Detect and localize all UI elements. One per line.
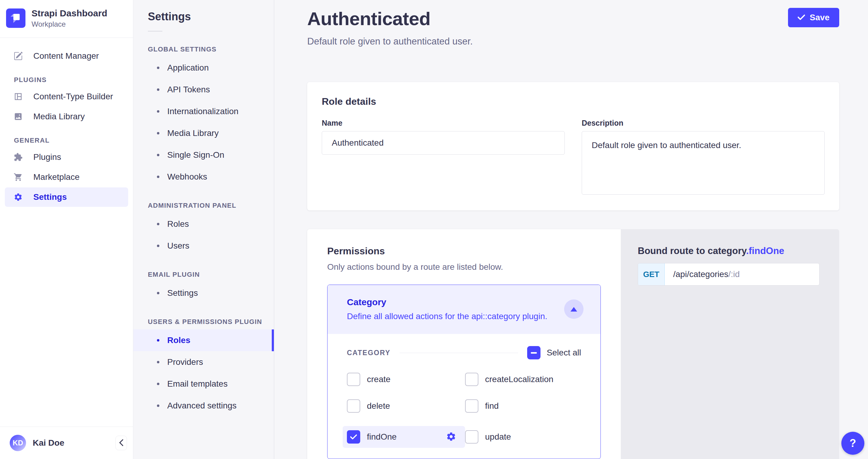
subnav-item-label: API Tokens [167, 85, 210, 95]
nav-item-label: Media Library [33, 112, 85, 122]
nav-item-label: Content Manager [33, 51, 99, 61]
avatar: KD [10, 435, 26, 451]
bound-route-title-text: Bound route to category [638, 245, 746, 256]
subnav-section-users-permissions-plugin: USERS & PERMISSIONS PLUGIN [133, 318, 274, 326]
action-findOne[interactable]: findOne [343, 426, 465, 448]
action-create[interactable]: create [347, 373, 465, 386]
select-all-control[interactable]: Select all [527, 346, 581, 359]
action-createLocalization[interactable]: createLocalization [465, 373, 581, 386]
subnav-item-admin-roles[interactable]: Roles [133, 213, 274, 235]
route-display: GET /api/categories/:id [638, 263, 819, 286]
action-delete[interactable]: delete [347, 399, 465, 413]
subnav-item-media-library[interactable]: Media Library [133, 122, 274, 144]
indeterminate-minus-icon [531, 352, 537, 354]
createLocalization-checkbox[interactable] [465, 373, 478, 386]
nav-item-plugins[interactable]: Plugins [5, 147, 128, 167]
bound-route-action: .findOne [746, 245, 784, 256]
page-subtitle: Default role given to authenticated user… [307, 36, 473, 47]
subnav-item-email-settings[interactable]: Settings [133, 282, 274, 304]
findOne-settings-button[interactable] [445, 431, 457, 443]
delete-checkbox[interactable] [347, 399, 360, 413]
nav-item-content-manager[interactable]: Content Manager [5, 46, 128, 66]
subnav-item-label: Application [167, 63, 209, 73]
select-all-label: Select all [547, 348, 581, 358]
main-nav-list: Content Manager PLUGINS Content-Type Bui… [0, 38, 133, 427]
action-label: createLocalization [485, 374, 554, 384]
subnav-item-internationalization[interactable]: Internationalization [133, 100, 274, 122]
subnav-item-single-sign-on[interactable]: Single Sign-On [133, 144, 274, 166]
category-accordion-header[interactable]: Category Define all allowed actions for … [328, 285, 600, 334]
workspace-name: Workplace [32, 20, 107, 29]
subnav-item-api-tokens[interactable]: API Tokens [133, 79, 274, 100]
subnav-item-label: Settings [167, 288, 198, 298]
settings-subnav: Settings GLOBAL SETTINGS Application API… [133, 0, 274, 459]
category-accordion-title: Category [347, 297, 548, 307]
action-label: find [485, 401, 499, 411]
bullet-icon [157, 404, 159, 407]
page-title: Authenticated [307, 8, 473, 29]
accordion-collapse-button[interactable] [564, 299, 584, 319]
bullet-icon [157, 89, 159, 91]
select-all-checkbox[interactable] [527, 346, 540, 359]
nav-item-label: Settings [33, 192, 67, 202]
subnav-item-label: Roles [167, 335, 190, 345]
bullet-icon [157, 175, 159, 178]
bound-route-panel: Bound route to category.findOne GET /api… [621, 229, 839, 459]
nav-item-marketplace[interactable]: Marketplace [5, 167, 128, 187]
category-accordion: Category Define all allowed actions for … [327, 285, 601, 459]
chevron-up-icon [570, 307, 577, 312]
content-type-builder-icon [13, 92, 23, 101]
subnav-section-administration-panel: ADMINISTRATION PANEL [133, 202, 274, 209]
action-update[interactable]: update [465, 430, 581, 444]
nav-item-label: Content-Type Builder [33, 92, 113, 101]
subnav-item-application[interactable]: Application [133, 57, 274, 79]
http-method-badge: GET [638, 263, 665, 285]
bullet-icon [157, 223, 159, 225]
subnav-item-up-roles[interactable]: Roles [133, 329, 274, 351]
collapse-nav-button[interactable] [116, 436, 127, 450]
page-header: Authenticated Default role given to auth… [307, 8, 839, 47]
subnav-item-advanced-settings[interactable]: Advanced settings [133, 395, 274, 417]
subnav-item-webhooks[interactable]: Webhooks [133, 166, 274, 188]
category-accordion-body: CATEGORY Select all create [328, 334, 600, 459]
user-name: Kai Doe [33, 438, 109, 448]
check-icon [798, 13, 805, 23]
nav-section-plugins: PLUGINS [0, 76, 133, 84]
bullet-icon [157, 383, 159, 385]
strapi-logo-icon [6, 8, 26, 28]
action-label: delete [367, 401, 390, 411]
find-checkbox[interactable] [465, 399, 478, 413]
role-details-heading: Role details [322, 96, 825, 107]
nav-item-settings[interactable]: Settings [5, 188, 128, 207]
description-field[interactable]: Default role given to authenticated user… [582, 131, 825, 195]
bullet-icon [157, 154, 159, 156]
subnav-item-label: Providers [167, 357, 203, 367]
action-label: update [485, 432, 511, 442]
create-checkbox[interactable] [347, 373, 360, 386]
name-field[interactable] [322, 131, 565, 155]
nav-item-content-type-builder[interactable]: Content-Type Builder [5, 87, 128, 106]
route-path: /api/categories/:id [665, 263, 740, 285]
save-button[interactable]: Save [788, 8, 839, 27]
nav-item-label: Marketplace [33, 172, 80, 182]
subnav-item-providers[interactable]: Providers [133, 351, 274, 373]
findOne-checkbox[interactable] [347, 430, 360, 444]
subnav-item-email-templates[interactable]: Email templates [133, 373, 274, 395]
subnav-item-label: Roles [167, 219, 189, 229]
permissions-subtitle: Only actions bound by a route are listed… [327, 262, 601, 272]
app-title: Strapi Dashboard [32, 8, 107, 19]
subnav-item-admin-users[interactable]: Users [133, 235, 274, 257]
update-checkbox[interactable] [465, 430, 478, 444]
marketplace-cart-icon [13, 172, 23, 182]
role-details-card: Role details Name Description Default ro… [307, 82, 839, 210]
permissions-section: Permissions Only actions bound by a rout… [307, 229, 839, 459]
media-library-icon [13, 112, 23, 122]
content-manager-icon [13, 51, 23, 61]
bullet-icon [157, 67, 159, 69]
action-find[interactable]: find [465, 399, 581, 413]
nav-item-media-library[interactable]: Media Library [5, 107, 128, 126]
help-button[interactable]: ? [841, 432, 864, 455]
category-accordion-description: Define all allowed actions for the api::… [347, 312, 548, 321]
route-path-param: /:id [728, 269, 740, 279]
bullet-icon [157, 361, 159, 363]
